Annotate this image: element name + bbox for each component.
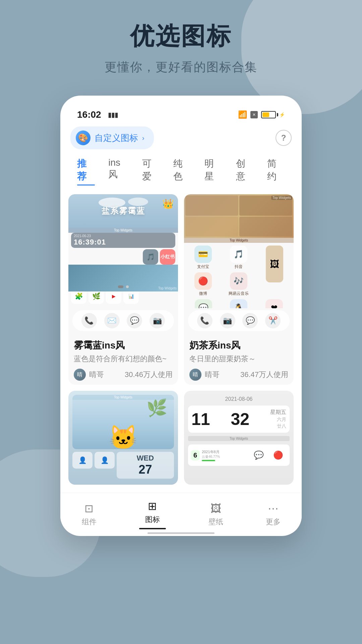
- content-grid: 👑 盐系雾霭蓝 Top Widgets: [60, 191, 302, 385]
- icons-icon: ⊞: [148, 500, 157, 513]
- widget-icons-row1: 🎵 小红书: [71, 249, 175, 265]
- card-title-1: 雾霭蓝ins风: [74, 339, 173, 352]
- nav-item-wallpaper[interactable]: 🖼 壁纸: [198, 502, 233, 527]
- users-count-2: 36.47万人使用: [240, 370, 288, 380]
- nav-item-icons[interactable]: ⊞ 图标: [129, 500, 176, 529]
- nav-label-components: 组件: [82, 517, 97, 527]
- wallpaper-icon: 🖼: [210, 502, 221, 515]
- signal-bars-icon: ▮▮▮: [108, 111, 118, 119]
- author-avatar-1: 晴: [74, 369, 86, 381]
- x-status-icon: ✕: [250, 111, 258, 118]
- bottom-card-calendar[interactable]: 2021-08-06 11 32 星期五 六月 廿八 Top Widgets: [184, 391, 294, 485]
- dock-bar-right: 📞 📷 💬 ✂️: [188, 310, 290, 331]
- card-info-misty-blue: 雾霭蓝ins风 蓝色是符合所有幻想的颜色~ 晴 晴哥 30.46万人使用: [68, 333, 178, 385]
- card-info-milk-tea: 奶茶系ins风 冬日里的甜栗奶茶～ 晴 晴哥 36.47万人使用: [184, 333, 294, 385]
- bottom-cards: 🐱 🌿 Top Widgets 👤 👤 WED 27: [60, 391, 302, 493]
- theme-name-label: 盐系雾霭蓝: [102, 206, 145, 216]
- crown-badge-icon: 👑: [162, 198, 174, 209]
- wifi-icon: 📶: [238, 110, 247, 119]
- top-widgets-label-4: Top Widgets: [271, 196, 292, 200]
- sky-area: 盐系雾霭蓝: [68, 194, 178, 228]
- phone-mockup: 16:02 ▮▮▮ 📶 ✕ ⚡ 🎨 自定义图标: [60, 96, 302, 536]
- bottom-card-cat[interactable]: 🐱 🌿 Top Widgets 👤 👤 WED 27: [68, 391, 178, 485]
- collage-area: Top Widgets: [184, 194, 294, 238]
- top-widgets-label-7: Top Widgets: [188, 436, 290, 441]
- card-desc-1: 蓝色是符合所有幻想的颜色~: [74, 354, 173, 364]
- calendar-widget: 11 32 星期五 六月 廿八: [188, 406, 290, 433]
- nav-item-more[interactable]: ⋯ 更多: [256, 502, 291, 527]
- status-time: 16:02: [77, 109, 101, 120]
- bottom-nav: ⊡ 组件 ⊞ 图标 🖼 壁纸 ⋯ 更多: [60, 493, 302, 533]
- right-icons-grid: 💳 支付宝 🎵 抖音 🖼 🔴 微博: [184, 243, 294, 299]
- nav-item-components[interactable]: ⊡ 组件: [72, 502, 107, 527]
- battery-bolt-icon: ⚡: [279, 112, 285, 117]
- tab-star[interactable]: 明星: [198, 155, 229, 185]
- card-title-2: 奶茶系ins风: [189, 339, 288, 352]
- card-milk-tea-preview: Top Widgets Top Widgets 💳 支付宝 🎵 抖音: [184, 194, 294, 308]
- card-meta-2: 晴 晴哥 36.47万人使用: [189, 369, 288, 381]
- tab-recommended[interactable]: 推荐: [70, 155, 102, 185]
- nav-label-icons: 图标: [145, 515, 160, 525]
- card-milk-tea[interactable]: Top Widgets Top Widgets 💳 支付宝 🎵 抖音: [184, 194, 294, 385]
- author-name-1: 晴哥: [89, 370, 104, 380]
- top-widgets-label-5: Top Widgets: [184, 238, 294, 243]
- nav-label-wallpaper: 壁纸: [208, 517, 223, 527]
- card-meta-1: 晴 晴哥 30.46万人使用: [74, 369, 173, 381]
- tab-cute[interactable]: 可爱: [135, 155, 167, 185]
- tab-minimal[interactable]: 简约: [260, 155, 292, 185]
- card-desc-2: 冬日里的甜栗奶茶～: [189, 354, 288, 364]
- top-widgets-label-6: Top Widgets: [72, 395, 174, 400]
- nav-active-indicator: [139, 528, 166, 529]
- help-button[interactable]: ?: [276, 130, 292, 146]
- component-icon: ⊡: [84, 502, 94, 515]
- tab-creative[interactable]: 创意: [229, 155, 260, 185]
- bottom-icons-row: 💬 微信 🐧 QQ ❤: [184, 299, 294, 308]
- status-icons: 📶 ✕ ⚡: [238, 110, 285, 119]
- calendar-date-header: 2021-08-06: [188, 396, 290, 402]
- custom-icon-button[interactable]: 🎨 自定义图标 ›: [70, 126, 154, 149]
- custom-icon-circle: 🎨: [76, 130, 90, 145]
- dots-indicator-1: [68, 283, 178, 289]
- users-count-1: 30.46万人使用: [125, 370, 173, 380]
- chevron-right-icon: ›: [142, 134, 144, 142]
- more-icon: ⋯: [268, 502, 279, 515]
- custom-icon-bar: 🎨 自定义图标 › ?: [60, 124, 302, 155]
- tab-ins[interactable]: ins风: [102, 155, 135, 185]
- home-indicator: [60, 533, 302, 536]
- status-bar: 16:02 ▮▮▮ 📶 ✕ ⚡: [60, 106, 302, 124]
- tabs-bar: 推荐 ins风 可爱 纯色 明星 创意 简约: [60, 155, 302, 191]
- author-name-2: 晴哥: [205, 370, 220, 380]
- card-misty-blue-preview: 👑 盐系雾霭蓝 Top Widgets: [68, 194, 178, 308]
- dock-bar-left: 📞 ✉️ 💬 📷: [72, 310, 174, 331]
- hero-title: 优选图标: [130, 20, 232, 52]
- card-misty-blue[interactable]: 👑 盐系雾霭蓝 Top Widgets: [68, 194, 178, 385]
- battery-icon: ⚡: [261, 111, 285, 118]
- time-widget: 2021-06-23 16:39:01: [71, 233, 175, 248]
- hero-subtitle: 更懂你，更好看的图标合集: [105, 59, 257, 75]
- custom-icon-label: 自定义图标: [95, 132, 138, 144]
- top-widgets-label-1: Top Widgets: [68, 228, 178, 233]
- nav-label-more: 更多: [266, 517, 281, 527]
- author-avatar-2: 晴: [189, 369, 201, 381]
- tab-solid[interactable]: 纯色: [167, 155, 198, 185]
